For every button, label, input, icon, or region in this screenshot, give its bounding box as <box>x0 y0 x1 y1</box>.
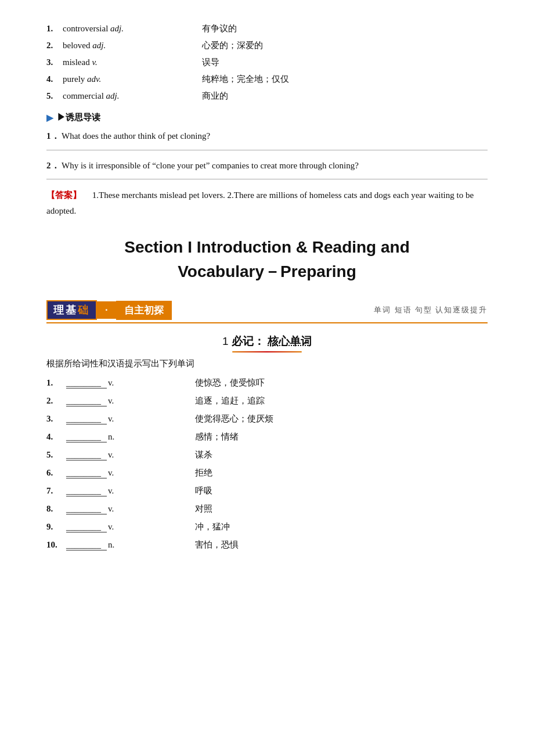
word-item: 1. ________ v. 使惊恐，使受惊吓 <box>46 377 488 388</box>
word-num: 4. <box>46 432 66 442</box>
banner-zizhu: 自主初探 <box>116 301 172 320</box>
biji-num: 1 <box>222 335 229 347</box>
vocab-pos: v. <box>92 57 97 67</box>
vocab-word: controversial adj. <box>63 24 179 34</box>
biji-label: 必记： <box>232 335 265 347</box>
word-blank: ________ <box>66 432 107 442</box>
word-num: 10. <box>46 540 66 550</box>
vocab-word: commercial adj. <box>63 91 179 101</box>
vocab-list: 1. controversial adj. 有争议的 2. beloved ad… <box>46 23 488 102</box>
vocab-cn: 误导 <box>202 57 219 68</box>
vocab-num: 3. <box>46 57 63 67</box>
word-pos: v. <box>108 486 125 496</box>
word-item: 6. ________ v. 拒绝 <box>46 467 488 478</box>
think-q2: 2． Why is it irresponsible of “clone you… <box>46 159 488 174</box>
vocab-word: purely adv. <box>63 74 179 84</box>
word-blank: ________ <box>66 486 107 496</box>
word-item: 8. ________ v. 对照 <box>46 503 488 514</box>
vocab-num: 2. <box>46 41 63 51</box>
vocab-word: mislead v. <box>63 57 179 67</box>
word-num: 2. <box>46 396 66 406</box>
vocab-item: 1. controversial adj. 有争议的 <box>46 23 488 34</box>
answer-label: 【答案】 <box>46 190 81 200</box>
word-list: 1. ________ v. 使惊恐，使受惊吓 2. ________ v. 追… <box>46 377 488 550</box>
biji-underline-row <box>46 351 488 352</box>
word-num: 5. <box>46 450 66 460</box>
biji-underline <box>232 351 302 352</box>
banner-right: 单词 短语 句型 认知逐级提升 <box>374 305 488 315</box>
answer-block: 【答案】 1.These merchants mislead pet lover… <box>46 188 488 219</box>
word-pos: v. <box>108 468 125 478</box>
word-cn: 使觉得恶心；使厌烦 <box>195 413 273 424</box>
word-blank: ________ <box>66 450 107 460</box>
vocab-item: 2. beloved adj. 心爱的；深爱的 <box>46 40 488 51</box>
word-pos: v. <box>108 504 125 514</box>
word-cn: 拒绝 <box>195 467 212 478</box>
word-pos: v. <box>108 450 125 460</box>
think-header: ▶ ▶诱思导读 <box>46 112 488 123</box>
vocab-word: beloved adj. <box>63 41 179 51</box>
word-cn: 害怕，恐惧 <box>195 539 239 550</box>
vocab-item: 3. mislead v. 误导 <box>46 57 488 68</box>
word-blank: ________ <box>66 504 107 514</box>
word-cn: 谋杀 <box>195 449 212 460</box>
think-q1: 1． What does the author think of pet clo… <box>46 129 488 144</box>
word-pos: n. <box>108 540 125 550</box>
word-num: 3. <box>46 414 66 424</box>
vocab-pos: adj. <box>106 91 120 100</box>
word-num: 7. <box>46 486 66 496</box>
word-blank: ________ <box>66 540 107 550</box>
banner-zi: · <box>97 301 116 319</box>
banner-row: 理基础 · 自主初探 单词 短语 句型 认知逐级提升 <box>46 300 488 323</box>
word-blank: ________ <box>66 468 107 478</box>
section-title: Section I Introduction & Reading and Voc… <box>46 235 488 284</box>
word-num: 8. <box>46 504 66 514</box>
word-cn: 对照 <box>195 503 212 514</box>
word-cn: 追逐，追赶，追踪 <box>195 395 265 406</box>
vocab-pos: adj. <box>92 41 106 50</box>
vocab-cn: 商业的 <box>202 91 228 102</box>
word-blank: ________ <box>66 396 107 406</box>
think-icon: ▶ <box>46 113 53 123</box>
word-blank: ________ <box>66 414 107 424</box>
vocab-cn: 有争议的 <box>202 23 237 34</box>
word-item: 3. ________ v. 使觉得恶心；使厌烦 <box>46 413 488 424</box>
divider1 <box>46 150 488 150</box>
banner-liji: 理基础 <box>46 300 97 320</box>
vocab-pos: adv. <box>87 74 101 84</box>
word-item: 5. ________ v. 谋杀 <box>46 449 488 460</box>
vocab-num: 4. <box>46 74 63 84</box>
word-item: 9. ________ v. 冲，猛冲 <box>46 521 488 532</box>
word-cn: 感情；情绪 <box>195 431 239 442</box>
think-header-text: ▶诱思导读 <box>57 112 100 123</box>
word-pos: n. <box>108 432 125 442</box>
word-pos: v. <box>108 378 125 388</box>
word-item: 7. ________ v. 呼吸 <box>46 485 488 496</box>
word-cn: 呼吸 <box>195 485 212 496</box>
answer-text: 1.These merchants mislead pet lovers. 2.… <box>46 190 474 215</box>
word-num: 6. <box>46 468 66 478</box>
word-item: 10. ________ n. 害怕，恐惧 <box>46 539 488 550</box>
biji-keyword: 核心单词 <box>268 335 312 347</box>
word-pos: v. <box>108 522 125 532</box>
instruct: 根据所给词性和汉语提示写出下列单词 <box>46 358 488 369</box>
banner-left: 理基础 · 自主初探 <box>46 300 172 320</box>
word-blank: ________ <box>66 522 107 532</box>
vocab-cn: 心爱的；深爱的 <box>202 40 263 51</box>
divider2 <box>46 179 488 179</box>
word-num: 1. <box>46 378 66 388</box>
vocab-item: 4. purely adv. 纯粹地；完全地；仅仅 <box>46 74 488 85</box>
word-cn: 使惊恐，使受惊吓 <box>195 377 265 388</box>
biji-title: 1 必记： 核心单词 <box>46 334 488 349</box>
word-num: 9. <box>46 522 66 532</box>
vocab-num: 5. <box>46 91 63 101</box>
word-item: 2. ________ v. 追逐，追赶，追踪 <box>46 395 488 406</box>
vocab-cn: 纯粹地；完全地；仅仅 <box>202 74 289 85</box>
word-cn: 冲，猛冲 <box>195 521 230 532</box>
vocab-pos: adj. <box>110 24 124 33</box>
vocab-num: 1. <box>46 24 63 34</box>
word-pos: v. <box>108 396 125 406</box>
word-blank: ________ <box>66 378 107 388</box>
word-item: 4. ________ n. 感情；情绪 <box>46 431 488 442</box>
word-pos: v. <box>108 414 125 424</box>
